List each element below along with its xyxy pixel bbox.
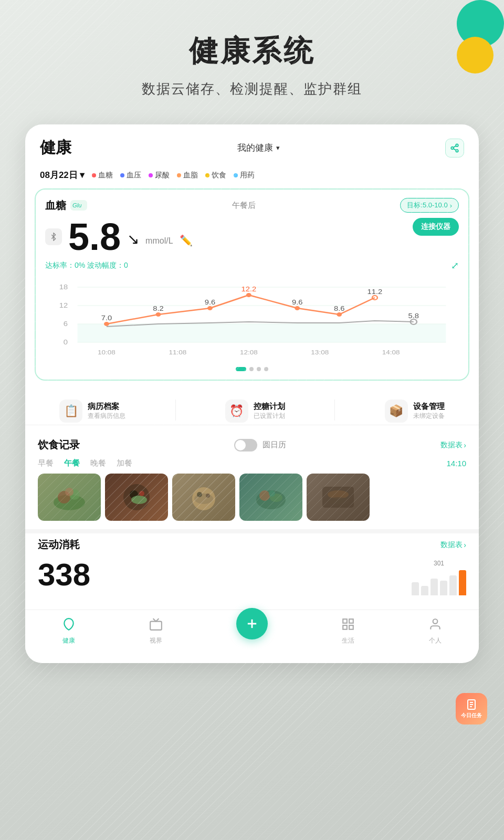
svg-text:0: 0 bbox=[64, 339, 68, 345]
main-card: 健康 我的健康 ▾ 08月22日 ▾ 血糖 血压 尿酸 bbox=[25, 124, 479, 663]
bottom-nav: 健康 视界 生活 bbox=[25, 610, 479, 650]
nav-label-life: 生活 bbox=[342, 636, 354, 645]
connect-device-button[interactable]: 连接仪器 bbox=[413, 218, 459, 236]
medical-records-sub: 查看病历信息 bbox=[88, 412, 125, 421]
pagination-dot-4[interactable] bbox=[264, 367, 268, 371]
action-device-management[interactable]: 📦 设备管理 未绑定设备 bbox=[385, 400, 445, 423]
meal-label: 午餐后 bbox=[232, 201, 256, 211]
svg-point-43 bbox=[131, 496, 147, 504]
diet-toggle[interactable] bbox=[234, 439, 257, 452]
sugar-plan-icon: ⏰ bbox=[225, 400, 248, 423]
pagination-dots bbox=[45, 367, 459, 371]
svg-point-50 bbox=[259, 490, 270, 501]
action-sugar-plan[interactable]: ⏰ 控糖计划 已设置计划 bbox=[225, 400, 285, 423]
bs-trend-arrow: ↘ bbox=[127, 230, 139, 248]
legend-blood-sugar: 血糖 bbox=[92, 171, 113, 180]
diet-section: 饮食记录 圆日历 数据表 › 早餐 午餐 晚餐 加餐 14:10 bbox=[25, 434, 479, 529]
meal-tab-dinner[interactable]: 晚餐 bbox=[90, 458, 106, 468]
app-header: 健康系统 数据云储存、检测提醒、监护群组 bbox=[0, 0, 504, 114]
dot-blood-pressure bbox=[120, 173, 124, 177]
nav-item-health[interactable]: 健康 bbox=[62, 617, 76, 645]
food-image-5[interactable] bbox=[307, 474, 370, 521]
svg-point-21 bbox=[337, 312, 342, 317]
svg-text:9.6: 9.6 bbox=[292, 299, 303, 306]
date-row: 08月22日 ▾ 血糖 血压 尿酸 血脂 饮食 用药 bbox=[25, 165, 479, 188]
pagination-dot-3[interactable] bbox=[257, 367, 261, 371]
svg-text:5.8: 5.8 bbox=[408, 312, 419, 319]
card-nav[interactable]: 我的健康 ▾ bbox=[237, 142, 280, 154]
svg-point-55 bbox=[327, 497, 350, 505]
action-medical-records[interactable]: 📋 病历档案 查看病历信息 bbox=[59, 400, 125, 423]
bs-value-row: 5.8 ↘ mmol/L ✏️ 连接仪器 bbox=[45, 218, 459, 256]
svg-point-2 bbox=[456, 150, 458, 152]
nav-item-profile[interactable]: 个人 bbox=[428, 617, 442, 645]
today-task-button[interactable]: 今日任务 bbox=[456, 693, 487, 724]
food-image-3[interactable] bbox=[172, 474, 235, 521]
svg-rect-59 bbox=[343, 619, 347, 623]
bar-6-active bbox=[459, 570, 466, 595]
svg-point-1 bbox=[451, 146, 454, 149]
dot-blood-sugar bbox=[92, 173, 96, 177]
svg-text:7.0: 7.0 bbox=[101, 314, 112, 321]
app-subtitle: 数据云储存、检测提醒、监护群组 bbox=[21, 80, 483, 98]
date-label[interactable]: 08月22日 ▾ bbox=[40, 169, 85, 181]
meal-time: 14:10 bbox=[446, 459, 466, 468]
exercise-bar-chart: 301 bbox=[412, 560, 466, 595]
bar-4 bbox=[440, 581, 447, 595]
dot-diet bbox=[205, 173, 209, 177]
device-management-sub: 未绑定设备 bbox=[413, 412, 445, 421]
svg-text:14:08: 14:08 bbox=[382, 349, 400, 355]
bar-2 bbox=[421, 586, 428, 595]
edit-icon[interactable]: ✏️ bbox=[180, 234, 193, 247]
target-badge[interactable]: 目标:5.0-10.0 › bbox=[400, 198, 459, 213]
svg-point-63 bbox=[433, 619, 438, 624]
pagination-dot-2[interactable] bbox=[249, 367, 254, 371]
svg-text:6: 6 bbox=[64, 320, 68, 327]
svg-marker-15 bbox=[78, 324, 446, 342]
svg-point-52 bbox=[269, 490, 275, 497]
action-divider-2 bbox=[334, 400, 335, 421]
food-image-4[interactable] bbox=[239, 474, 302, 521]
diet-data-link[interactable]: 数据表 › bbox=[440, 440, 466, 450]
legend-blood-pressure: 血压 bbox=[120, 171, 141, 180]
quick-actions: 📋 病历档案 查看病历信息 ⏰ 控糖计划 已设置计划 📦 设备管理 未绑定设备 bbox=[25, 389, 479, 425]
exercise-data-link[interactable]: 数据表 › bbox=[440, 540, 466, 550]
svg-point-0 bbox=[456, 144, 458, 146]
svg-line-4 bbox=[453, 145, 456, 147]
nav-item-life[interactable]: 生活 bbox=[341, 617, 355, 645]
svg-text:18: 18 bbox=[59, 284, 68, 290]
svg-point-16 bbox=[104, 322, 109, 326]
svg-text:9.6: 9.6 bbox=[205, 299, 216, 306]
bar-chart-label: 301 bbox=[412, 560, 466, 567]
food-image-2[interactable] bbox=[105, 474, 168, 521]
legend-medication: 用药 bbox=[234, 171, 255, 180]
svg-point-18 bbox=[207, 306, 213, 310]
svg-point-20 bbox=[295, 306, 300, 310]
exercise-value-row: 338 bbox=[38, 559, 466, 591]
svg-line-3 bbox=[453, 149, 456, 150]
food-image-1[interactable] bbox=[38, 474, 101, 521]
card-nav-label: 我的健康 bbox=[237, 142, 273, 154]
expand-icon[interactable]: ⤢ bbox=[451, 260, 459, 271]
medical-records-icon: 📋 bbox=[59, 400, 82, 423]
meal-tab-breakfast[interactable]: 早餐 bbox=[38, 458, 54, 468]
svg-point-17 bbox=[156, 312, 161, 317]
meal-tabs: 早餐 午餐 晚餐 加餐 14:10 bbox=[25, 458, 479, 474]
bs-header: 血糖 Glu 午餐后 目标:5.0-10.0 › bbox=[45, 198, 459, 213]
nav-label-health: 健康 bbox=[62, 636, 75, 645]
svg-text:8.6: 8.6 bbox=[334, 305, 345, 312]
meal-tab-snack[interactable]: 加餐 bbox=[117, 458, 132, 468]
svg-text:13:08: 13:08 bbox=[311, 349, 329, 355]
dot-uric-acid bbox=[149, 173, 153, 177]
pagination-dot-1[interactable] bbox=[236, 367, 246, 371]
device-management-title: 设备管理 bbox=[413, 402, 445, 412]
nav-item-vision[interactable]: 视界 bbox=[149, 617, 163, 645]
nav-add-button[interactable] bbox=[236, 608, 268, 639]
share-button[interactable] bbox=[445, 139, 464, 158]
diet-section-header: 饮食记录 圆日历 数据表 › bbox=[25, 434, 479, 458]
meal-tab-lunch[interactable]: 午餐 bbox=[64, 458, 80, 468]
svg-point-19 bbox=[246, 293, 251, 297]
today-task-label: 今日任务 bbox=[461, 712, 482, 719]
svg-text:12: 12 bbox=[59, 302, 68, 309]
nav-label-profile: 个人 bbox=[429, 636, 442, 645]
